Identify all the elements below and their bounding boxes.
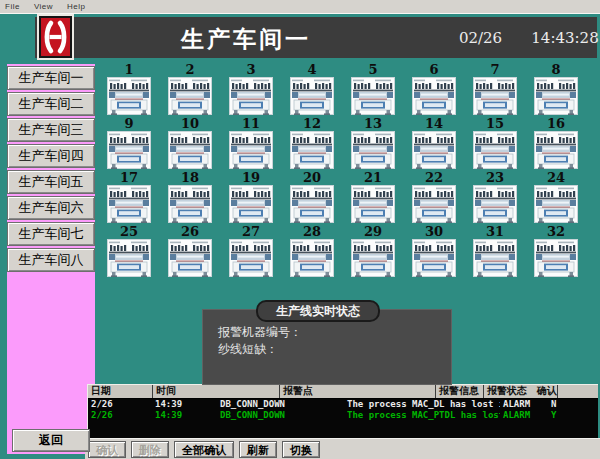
machine-number: 15 [473, 117, 517, 130]
machine-item[interactable]: 23 [473, 171, 517, 223]
machine-item[interactable]: 1 [107, 63, 151, 115]
knitting-machine-icon [290, 185, 334, 223]
machine-number: 8 [534, 63, 578, 76]
machine-number: 24 [534, 171, 578, 184]
toolbar-button[interactable]: 全部确认 [174, 441, 234, 458]
knitting-machine-icon [351, 185, 395, 223]
machine-item[interactable]: 15 [473, 117, 517, 169]
alarm-table-column-header: 报警状态 [484, 385, 534, 398]
table-row[interactable]: 2/26 14:39 DB_CONN_DOWN The process MAC_… [88, 399, 598, 410]
menu-item[interactable]: Help [67, 2, 85, 13]
machine-item[interactable]: 22 [412, 171, 456, 223]
knitting-machine-icon [473, 131, 517, 169]
table-row[interactable]: 2/26 14:39 DB_CONN_DOWN The process MAC_… [88, 410, 598, 421]
app-window: FileViewHelp 生产车间一 02/26 14:43:28 生产车间一生… [0, 0, 600, 459]
sidebar-item-workshop[interactable]: 生产车间八 [7, 248, 95, 272]
machine-number: 28 [290, 225, 334, 238]
machine-item[interactable]: 21 [351, 171, 395, 223]
machine-item[interactable]: 26 [168, 225, 212, 277]
machine-item[interactable]: 19 [229, 171, 273, 223]
machine-item[interactable]: 32 [534, 225, 578, 277]
machine-number: 14 [412, 117, 456, 130]
toolbar-button[interactable]: 删除 [131, 441, 169, 458]
alarm-point-cell: DB_CONN_DOWN [217, 399, 344, 410]
knitting-machine-icon [290, 131, 334, 169]
sidebar-item-workshop[interactable]: 生产车间六 [7, 196, 95, 220]
machine-number: 26 [168, 225, 212, 238]
machine-item[interactable]: 5 [351, 63, 395, 115]
machine-item[interactable]: 12 [290, 117, 334, 169]
alarm-table-header: 日期时间报警点报警信息报警状态确认 [88, 385, 598, 399]
machine-item[interactable]: 2 [168, 63, 212, 115]
knitting-machine-icon [229, 239, 273, 277]
sidebar-item-workshop[interactable]: 生产车间三 [7, 118, 95, 142]
menu-item[interactable]: View [34, 2, 53, 13]
menu-item[interactable]: File [5, 2, 20, 13]
knitting-machine-icon [168, 185, 212, 223]
machine-item[interactable]: 30 [412, 225, 456, 277]
alarm-table-body: 2/26 14:39 DB_CONN_DOWN The process MAC_… [88, 399, 598, 421]
machine-item[interactable]: 18 [168, 171, 212, 223]
machine-item[interactable]: 14 [412, 117, 456, 169]
knitting-machine-icon [168, 239, 212, 277]
knitting-machine-icon [168, 131, 212, 169]
alarm-machine-number-label: 报警机器编号： [218, 324, 451, 341]
machine-item[interactable]: 7 [473, 63, 517, 115]
sidebar-item-workshop[interactable]: 生产车间一 [7, 66, 95, 90]
alarm-table-column-header: 确认 [534, 385, 558, 398]
sidebar-item-workshop[interactable]: 生产车间五 [7, 170, 95, 194]
back-button[interactable]: 返回 [12, 429, 90, 452]
knitting-machine-icon [412, 77, 456, 115]
knitting-machine-icon [290, 77, 334, 115]
toolbar-button[interactable]: 刷新 [239, 441, 277, 458]
machine-item[interactable]: 11 [229, 117, 273, 169]
knitting-machine-icon [107, 77, 151, 115]
machine-item[interactable]: 24 [534, 171, 578, 223]
company-logo-icon [37, 14, 74, 60]
sidebar-item-workshop[interactable]: 生产车间七 [7, 222, 95, 246]
machine-number: 31 [473, 225, 517, 238]
machine-item[interactable]: 4 [290, 63, 334, 115]
knitting-machine-icon [534, 131, 578, 169]
machine-item[interactable]: 6 [412, 63, 456, 115]
main-stage: 生产车间一 02/26 14:43:28 生产车间一生产车间二生产车间三生产车间… [0, 13, 600, 459]
machine-item[interactable]: 20 [290, 171, 334, 223]
machine-item[interactable]: 10 [168, 117, 212, 169]
machine-number: 19 [229, 171, 273, 184]
machine-item[interactable]: 17 [107, 171, 151, 223]
machine-item[interactable]: 16 [534, 117, 578, 169]
alarm-table-column-header: 报警信息 [436, 385, 484, 398]
header-bar: 生产车间一 02/26 14:43:28 [35, 17, 597, 58]
machine-number: 5 [351, 63, 395, 76]
knitting-machine-icon [473, 77, 517, 115]
alarm-ack-cell: N [548, 399, 598, 410]
sidebar-item-workshop[interactable]: 生产车间四 [7, 144, 95, 168]
machine-item[interactable]: 13 [351, 117, 395, 169]
knitting-machine-icon [351, 131, 395, 169]
machine-item[interactable]: 25 [107, 225, 151, 277]
machine-number: 16 [534, 117, 578, 130]
machine-number: 17 [107, 171, 151, 184]
machine-item[interactable]: 27 [229, 225, 273, 277]
alarm-message-cell: The process MAC_DL has lost its d... [344, 399, 500, 410]
machine-item[interactable]: 29 [351, 225, 395, 277]
machine-item[interactable]: 28 [290, 225, 334, 277]
sidebar-item-workshop[interactable]: 生产车间二 [7, 92, 95, 116]
toolbar-button[interactable]: 确认 [88, 441, 126, 458]
knitting-machine-icon [412, 239, 456, 277]
machine-number: 2 [168, 63, 212, 76]
alarm-status-cell: ALARM [500, 410, 548, 421]
knitting-machine-icon [473, 185, 517, 223]
knitting-machine-icon [229, 131, 273, 169]
machine-number: 11 [229, 117, 273, 130]
toolbar-button[interactable]: 切换 [282, 441, 320, 458]
yarn-shortage-label: 纱线短缺： [218, 341, 451, 358]
machine-item[interactable]: 8 [534, 63, 578, 115]
alarm-point-cell: DB_CONN_DOWN [217, 410, 344, 421]
machine-item[interactable]: 9 [107, 117, 151, 169]
machine-number: 12 [290, 117, 334, 130]
machine-item[interactable]: 31 [473, 225, 517, 277]
alarm-status-cell: ALARM [500, 399, 548, 410]
machine-item[interactable]: 3 [229, 63, 273, 115]
knitting-machine-icon [229, 77, 273, 115]
